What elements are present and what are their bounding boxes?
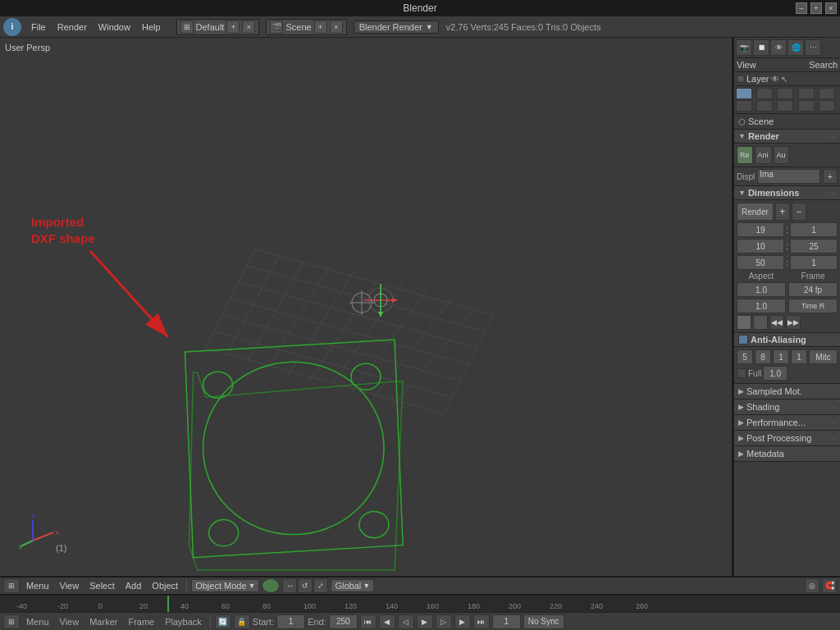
search-label[interactable]: Search [809,60,838,70]
pb-icon-btn[interactable]: ⊞ [3,614,20,629]
rotate-btn[interactable]: ↺ [298,578,313,593]
go-start-btn[interactable]: ⏮ [360,614,377,629]
res-pct[interactable]: 50 [737,255,784,270]
next-frame-btn[interactable]: ▶ [454,614,471,629]
layer-cell-9[interactable] [798,100,815,112]
panel-icon-render[interactable]: 🔲 [753,39,769,56]
layer-cell-4[interactable] [798,88,815,99]
viewport[interactable]: User Persp [0,38,733,576]
scale-btn[interactable]: ⤢ [313,578,328,593]
post-processing-section[interactable]: ▶ Post Processing ··· [734,431,840,446]
render-btn-image[interactable]: Re [737,146,753,164]
blender-logo[interactable]: i [3,18,21,36]
menu-render[interactable]: Render [52,21,92,34]
aa-val-1[interactable]: 5 [737,349,753,364]
shading-section[interactable]: ▶ Shading ··· [734,399,840,415]
aa-filter-select[interactable]: Mitc [809,349,838,364]
color-btn-1[interactable] [737,315,751,330]
prev-key-btn[interactable]: ◁ [398,614,414,629]
full-val[interactable]: 1.0 [763,366,788,381]
res-y[interactable]: 1 [790,222,838,237]
play-btn[interactable]: ▶ [417,614,433,629]
start-field[interactable]: 1 [276,614,305,629]
toolbar-menu[interactable]: Menu [22,580,53,591]
aspect-x[interactable]: 1.0 [737,282,786,297]
dimensions-section-header[interactable]: ▼ Dimensions ··· [734,186,840,200]
pb-marker[interactable]: Marker [85,616,121,628]
scene-add-btn[interactable]: + [314,21,327,34]
translate-btn[interactable]: ↔ [282,578,297,593]
layer-cell-6[interactable] [736,100,752,112]
pb-frame[interactable]: Frame [124,616,158,628]
scene-close-btn[interactable]: × [330,21,343,34]
prev-frame-btn[interactable]: ◀ [379,614,395,629]
num-btn-minus[interactable]: − [792,203,806,221]
render-action-btn[interactable]: Render [737,203,774,221]
maximize-button[interactable]: + [810,2,822,14]
layer-cell-2[interactable] [756,88,773,99]
performance-section[interactable]: ▶ Performance... ··· [734,415,840,431]
timeline[interactable]: -40 -20 0 20 40 60 80 100 120 140 160 18… [0,594,840,612]
toolbar-add[interactable]: Add [121,580,146,591]
current-frame[interactable]: 1 [492,614,521,629]
color-btn-2[interactable] [753,315,768,330]
sampled-motion-section[interactable]: ▶ Sampled Mot. ··· [734,384,840,399]
menu-file[interactable]: File [26,21,51,34]
no-sync-btn[interactable]: No Sync [523,614,564,629]
workspace-selector[interactable]: ⊞ Default + × [176,19,260,35]
res-scale[interactable]: 1 [790,255,838,270]
global-selector[interactable]: Global ▼ [331,579,374,592]
metadata-section[interactable]: ▶ Metadata ··· [734,446,840,462]
panel-icon-more[interactable]: ⋯ [805,39,821,56]
disp-btn[interactable]: + [823,169,838,184]
aa-val-3[interactable]: 1 [773,349,789,364]
toolbar-object[interactable]: Object [148,580,182,591]
render-section-header[interactable]: ▼ Render ··· [734,130,840,144]
layer-cell-5[interactable] [819,88,835,99]
layer-cell-3[interactable] [777,88,793,99]
timeline-playhead[interactable] [167,596,169,612]
workspace-close-btn[interactable]: × [242,21,255,34]
res-x2[interactable]: 10 [737,239,784,253]
menu-help[interactable]: Help [137,21,166,34]
aa-val-4[interactable]: 1 [791,349,807,364]
toolbar-view[interactable]: View [56,580,84,591]
layer-cell-8[interactable] [777,100,793,112]
playback-btn-next[interactable]: ▶▶ [786,315,801,330]
viewport-icon-btn[interactable]: ⊞ [3,578,20,593]
aspect-y[interactable]: 1.0 [737,299,786,313]
viewport-shading-btn[interactable] [262,578,280,593]
aa-section-header[interactable]: Anti-Aliasing [734,333,840,347]
res-y2[interactable]: 25 [790,239,838,253]
num-btn-plus[interactable]: + [775,203,790,221]
scene-selector[interactable]: 🎬 Scene + × [266,19,346,35]
fps-field[interactable]: 24 fp [788,282,838,297]
pb-playback[interactable]: Playback [161,616,206,628]
pb-menu[interactable]: Menu [22,616,53,628]
full-checkbox[interactable] [737,368,746,378]
aa-val-2[interactable]: 8 [755,349,771,364]
next-key-btn[interactable]: ▷ [436,614,452,629]
cursor-icon[interactable]: ↖ [781,75,788,84]
render-btn-audio[interactable]: Au [774,146,789,164]
render-btn-anim[interactable]: Ani [755,146,772,164]
menu-window[interactable]: Window [94,21,135,34]
end-field[interactable]: 250 [329,614,358,629]
sync-icon[interactable]: 🔄 [215,614,231,629]
view-label[interactable]: View [737,60,756,70]
panel-icon-view[interactable]: 👁 [770,39,787,56]
res-x[interactable]: 19 [737,222,784,237]
playback-btn-prev[interactable]: ◀◀ [769,315,784,330]
engine-selector[interactable]: Blender Render ▼ [354,21,439,34]
workspace-add-btn[interactable]: + [226,21,240,34]
mode-selector[interactable]: Object Mode ▼ [191,579,259,592]
layer-cell-10[interactable] [819,100,835,112]
snap-btn[interactable]: 🧲 [822,578,837,593]
minimize-button[interactable]: – [796,2,807,14]
close-button[interactable]: × [825,2,837,14]
layer-cell-1[interactable] [736,88,752,99]
proportional-edit-btn[interactable]: ◎ [805,578,819,593]
panel-icon-camera[interactable]: 📷 [736,39,752,56]
layer-expand[interactable] [737,75,745,83]
lock-icon[interactable]: 🔒 [234,614,250,629]
